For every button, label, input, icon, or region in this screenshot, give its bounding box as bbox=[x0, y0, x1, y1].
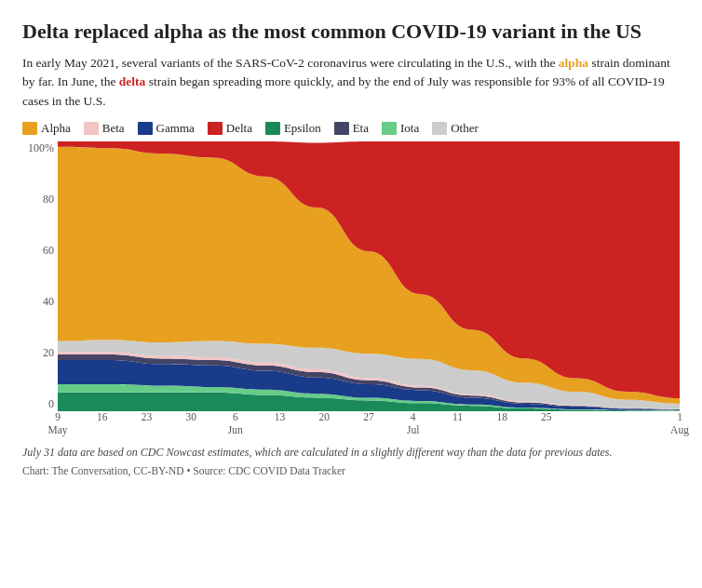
legend-swatch-delta bbox=[208, 122, 223, 135]
x-axis: 9May1623306Jun1320274Jul1118251Aug bbox=[58, 411, 680, 439]
y-tick: 100% bbox=[28, 141, 54, 155]
x-tick: 27 bbox=[363, 411, 374, 424]
alpha-highlight: alpha bbox=[559, 56, 588, 70]
x-tick: 25 bbox=[541, 411, 552, 424]
chart-svg-container bbox=[58, 141, 680, 411]
x-tick: 11 bbox=[452, 411, 463, 424]
legend-swatch-iota bbox=[382, 122, 397, 135]
legend-swatch-eta bbox=[334, 122, 349, 135]
x-tick: 1Aug bbox=[670, 411, 689, 437]
x-tick: 13 bbox=[275, 411, 286, 424]
legend-swatch-epsilon bbox=[265, 122, 280, 135]
chart-footnote: July 31 data are based on CDC Nowcast es… bbox=[22, 445, 680, 461]
legend-label-beta: Beta bbox=[102, 121, 125, 136]
x-tick: 9May bbox=[47, 411, 67, 437]
x-tick: 16 bbox=[97, 411, 108, 424]
delta-highlight: delta bbox=[119, 74, 146, 88]
legend-label-delta: Delta bbox=[226, 121, 252, 136]
legend-label-iota: Iota bbox=[400, 121, 419, 136]
chart-legend: AlphaBetaGammaDeltaEpsilonEtaIotaOther bbox=[22, 121, 680, 136]
legend-item-eta: Eta bbox=[334, 121, 369, 136]
legend-item-alpha: Alpha bbox=[22, 121, 71, 136]
legend-label-gamma: Gamma bbox=[156, 121, 195, 136]
y-tick: 60 bbox=[43, 244, 54, 258]
legend-swatch-beta bbox=[84, 122, 99, 135]
y-tick: 80 bbox=[43, 193, 54, 207]
y-tick: 0 bbox=[48, 397, 54, 411]
x-tick: 4Jul bbox=[407, 411, 419, 437]
x-tick: 30 bbox=[185, 411, 196, 424]
x-tick: 6Jun bbox=[228, 411, 243, 437]
y-axis: 100%806040200 bbox=[22, 141, 58, 411]
legend-label-eta: Eta bbox=[353, 121, 369, 136]
legend-item-gamma: Gamma bbox=[138, 121, 195, 136]
legend-swatch-gamma bbox=[138, 122, 153, 135]
legend-label-alpha: Alpha bbox=[41, 121, 71, 136]
chart-description: In early May 2021, several variants of t… bbox=[22, 54, 680, 113]
legend-item-epsilon: Epsilon bbox=[265, 121, 321, 136]
legend-swatch-alpha bbox=[22, 122, 37, 135]
chart-container: 100%806040200 9May1623306Jun1320274Jul11… bbox=[22, 141, 680, 439]
y-tick: 20 bbox=[43, 346, 54, 360]
chart-title: Delta replaced alpha as the most common … bbox=[22, 19, 680, 45]
legend-item-iota: Iota bbox=[382, 121, 419, 136]
legend-swatch-other bbox=[432, 122, 447, 135]
legend-item-other: Other bbox=[432, 121, 479, 136]
chart-area: 100%806040200 9May1623306Jun1320274Jul11… bbox=[22, 141, 680, 439]
legend-item-delta: Delta bbox=[208, 121, 252, 136]
y-tick: 40 bbox=[43, 295, 54, 309]
legend-label-epsilon: Epsilon bbox=[284, 121, 321, 136]
x-tick: 23 bbox=[142, 411, 153, 424]
chart-source: Chart: The Conversation, CC-BY-ND • Sour… bbox=[22, 465, 680, 476]
legend-item-beta: Beta bbox=[84, 121, 125, 136]
x-tick: 20 bbox=[319, 411, 331, 424]
x-tick: 18 bbox=[496, 411, 507, 424]
legend-label-other: Other bbox=[451, 121, 479, 136]
